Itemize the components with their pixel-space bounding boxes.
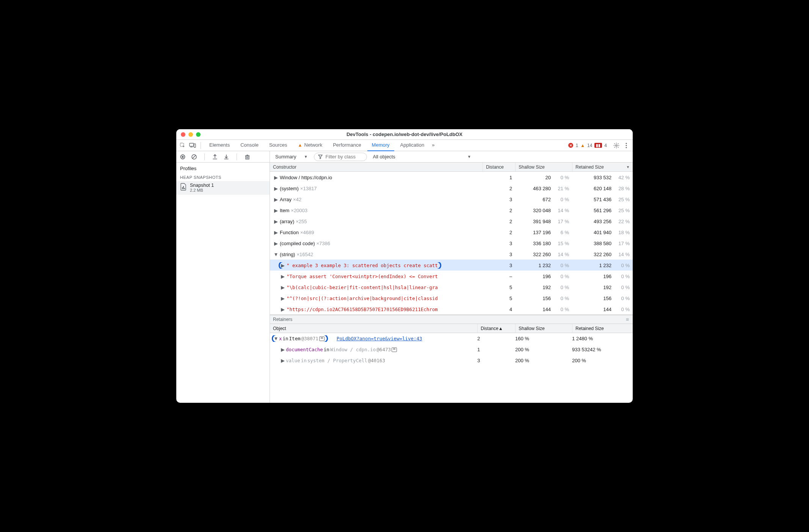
tab-performance[interactable]: Performance (328, 140, 365, 151)
retainer-property: x (279, 336, 282, 341)
cell-distance: 4 (483, 307, 515, 312)
chevron-down-icon[interactable]: ▼ (274, 252, 278, 257)
retainer-row[interactable]: ▼x in Item @38071 PoLdbOX?anon=true&view… (270, 333, 633, 344)
allobjects-dropdown[interactable]: All objects ▼ (371, 153, 473, 160)
cell-distance: 5 (483, 285, 515, 290)
svg-rect-29 (183, 186, 184, 189)
gear-icon[interactable] (612, 141, 621, 150)
load-icon[interactable] (212, 153, 218, 160)
col-shallow[interactable]: Shallow Size (515, 163, 572, 171)
device-toggle-icon[interactable] (188, 141, 197, 150)
minimize-window-icon[interactable] (188, 132, 193, 137)
svg-rect-28 (182, 187, 183, 189)
col-retained[interactable]: Retained Size ▼ (572, 163, 633, 171)
close-window-icon[interactable] (181, 132, 185, 137)
coverage-badge-icon: ▮▮ (594, 143, 602, 148)
retainer-class: system / PropertyCell (307, 358, 367, 363)
chevron-right-icon[interactable]: ▶ (274, 175, 278, 180)
row-count: ×7386 (317, 241, 331, 246)
row-count: ×13817 (300, 186, 317, 191)
chevron-right-icon[interactable]: ▶ (274, 230, 278, 235)
col-distance[interactable]: Distance (483, 163, 515, 171)
retainer-object-id: @38071 (301, 336, 318, 341)
chevron-right-icon[interactable]: ▶ (274, 219, 278, 224)
table-row[interactable]: ▶Array ×4236720 %571 43625 % (270, 194, 633, 205)
heap-snapshots-heading: HEAP SNAPSHOTS (176, 172, 270, 181)
retainers-menu-icon[interactable]: ≡ (626, 316, 630, 322)
source-link[interactable]: PoLdbOX?anon=true&view=live:43 (337, 336, 422, 341)
table-row[interactable]: ▶Item ×200032320 04814 %561 29625 % (270, 205, 633, 216)
svg-rect-2 (190, 147, 193, 147)
cell-distance: 2 (483, 208, 515, 213)
filter-icon (318, 155, 323, 159)
row-content: ▼(string) ×16542 (273, 251, 315, 258)
svg-rect-3 (194, 144, 196, 147)
inspect-icon[interactable] (179, 141, 187, 150)
rcol-object[interactable]: Object (270, 324, 477, 333)
retainer-row[interactable]: ▶value in system / PropertyCell @4016332… (270, 355, 633, 366)
table-row[interactable]: ▶(system) ×138172463 28021 %620 14828 % (270, 183, 633, 194)
table-row[interactable]: ▶" example 3 example 3: scattered object… (270, 260, 633, 271)
status-counts[interactable]: ✕1 ▲14 ▮▮4 (568, 143, 607, 148)
chevron-right-icon[interactable]: ▶ (281, 358, 285, 363)
tab-elements[interactable]: Elements (205, 140, 234, 151)
table-row[interactable]: ▶"\b(calc|cubic-bezier|fit-content|hsl|h… (270, 282, 633, 293)
table-row[interactable]: ▶(compiled code) ×73863336 18015 %388 58… (270, 238, 633, 249)
chevron-right-icon[interactable]: ▶ (274, 241, 278, 246)
save-icon[interactable] (223, 153, 230, 160)
tabs-more[interactable]: » (430, 140, 436, 151)
retainer-content: ▼x in Item @38071 (273, 335, 327, 342)
table-row[interactable]: ▶Window / https://cdpn.io1200 %933 53242… (270, 172, 633, 183)
tab-console[interactable]: Console (236, 140, 263, 151)
tab-memory[interactable]: Memory (367, 140, 394, 151)
tab-network[interactable]: ▲ Network (293, 140, 327, 151)
popout-icon[interactable] (319, 336, 325, 341)
table-row[interactable]: ▶Function ×46892137 1966 %401 94018 % (270, 227, 633, 238)
row-content: ▶Array ×42 (273, 196, 304, 203)
class-filter-input[interactable] (314, 153, 367, 161)
sort-desc-icon: ▼ (626, 165, 630, 169)
chevron-right-icon[interactable]: ▶ (281, 263, 285, 268)
chevron-down-icon[interactable]: ▼ (274, 336, 278, 341)
chevron-right-icon[interactable]: ▶ (281, 285, 285, 289)
rcol-distance[interactable]: Distance ▲ (477, 324, 515, 333)
table-body[interactable]: ▶Window / https://cdpn.io1200 %933 53242… (270, 172, 633, 315)
chevron-right-icon[interactable]: ▶ (274, 197, 278, 202)
chevron-right-icon[interactable]: ▶ (281, 274, 285, 279)
clear-icon[interactable] (191, 153, 198, 160)
coverage-count: 4 (604, 143, 607, 148)
chevron-right-icon[interactable]: ▶ (281, 347, 285, 352)
table-row[interactable]: ▶"https://cdpn.io2AC766158D5B7507E170156… (270, 304, 633, 315)
table-row[interactable]: ▼(string) ×165423322 26014 %322 26014 % (270, 249, 633, 260)
retainer-row[interactable]: ▶documentCache in Window / cdpn.io @6473… (270, 344, 633, 355)
record-icon[interactable] (179, 153, 186, 160)
row-content: ▶"Torque assert 'Convert<uintptr>(endInd… (280, 273, 440, 280)
zoom-window-icon[interactable] (196, 132, 201, 137)
class-filter-field[interactable] (325, 153, 363, 160)
table-row[interactable]: ▶(array) ×2552391 94817 %493 25622 % (270, 216, 633, 227)
tab-network-label: Network (304, 142, 323, 148)
warning-icon: ▲ (298, 142, 303, 148)
rcol-shallow[interactable]: Shallow Size (515, 324, 572, 333)
popout-icon[interactable] (392, 347, 397, 352)
row-content: ▶"^(?!on|src|(?:action|archive|backgroun… (280, 295, 440, 302)
gc-icon[interactable] (244, 153, 251, 160)
chevron-right-icon[interactable]: ▶ (281, 307, 285, 311)
chevron-right-icon[interactable]: ▶ (281, 296, 285, 300)
col-constructor[interactable]: Constructor (270, 163, 483, 171)
rcol-retained[interactable]: Retained Size (572, 324, 633, 333)
table-row[interactable]: ▶"Torque assert 'Convert<uintptr>(endInd… (270, 271, 633, 282)
table-row[interactable]: ▶"^(?!on|src|(?:action|archive|backgroun… (270, 293, 633, 304)
chevron-right-icon[interactable]: ▶ (274, 208, 278, 213)
summary-dropdown[interactable]: Summary ▼ (273, 153, 310, 160)
constructors-table: Constructor Distance Shallow Size Retain… (270, 163, 633, 403)
retainers-body[interactable]: ▼x in Item @38071 PoLdbOX?anon=true&view… (270, 333, 633, 379)
row-constructor-name: (string) (280, 252, 295, 257)
chevron-right-icon[interactable]: ▶ (274, 186, 278, 191)
tab-application[interactable]: Application (396, 140, 429, 151)
kebab-menu-icon[interactable] (622, 141, 630, 150)
row-content: ▶"https://cdpn.io2AC766158D5B7507E170156… (280, 306, 440, 313)
snapshot-item[interactable]: Snapshot 1 2.2 MB (176, 181, 270, 195)
tab-sources[interactable]: Sources (265, 140, 292, 151)
error-count: 1 (575, 143, 578, 148)
